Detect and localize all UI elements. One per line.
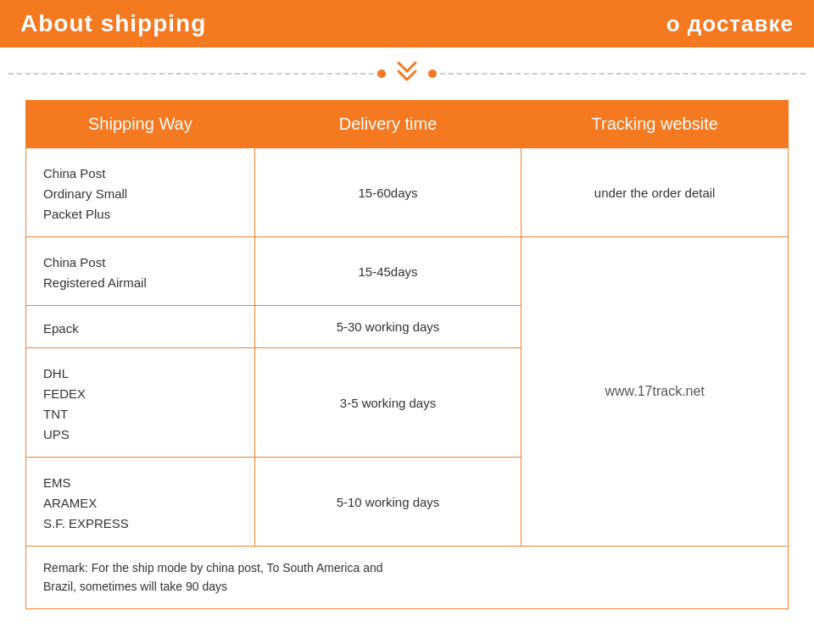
col-header-tracking-website: Tracking website [521,101,789,148]
chevron-down-icon [394,59,420,88]
col-header-delivery-time: Delivery time [254,101,521,148]
shipping-way-5: EMSARAMEXS.F. EXPRESS [26,458,255,547]
shipping-way-4: DHLFEDEXTNTUPS [26,348,255,458]
table-container: Shipping Way Delivery time Tracking webs… [0,100,814,626]
shipping-way-3: Epack [26,306,255,348]
header-title-right: о доставке [666,11,794,37]
remark-row: Remark: For the ship mode by china post,… [26,547,789,609]
tracking-website-1: under the order detail [521,148,789,237]
delivery-time-4: 3-5 working days [254,348,521,458]
table-header-row: Shipping Way Delivery time Tracking webs… [26,101,789,148]
col-header-shipping-way: Shipping Way [26,101,255,148]
divider-line-left [8,73,374,75]
divider-dot-left [377,69,386,78]
delivery-time-1: 15-60days [254,148,521,237]
shipping-table: Shipping Way Delivery time Tracking webs… [25,100,789,609]
header-title-left: About shipping [20,10,206,37]
page-wrapper: About shipping о доставке Shipping Way D… [0,0,814,644]
shipping-way-1: China PostOrdinary SmallPacket Plus [26,148,255,237]
remark-text: Remark: For the ship mode by china post,… [26,547,789,609]
divider-dot-right [428,69,437,78]
tracking-website-2to5: www.17track.net [521,237,789,547]
divider-row [0,47,814,100]
table-row: China PostRegistered Airmail 15-45days w… [26,237,789,306]
delivery-time-2: 15-45days [254,237,521,306]
delivery-time-5: 5-10 working days [254,458,521,547]
shipping-way-2: China PostRegistered Airmail [26,237,255,306]
table-row: China PostOrdinary SmallPacket Plus 15-6… [26,148,789,237]
header: About shipping о доставке [0,0,814,47]
divider-line-right [440,73,806,75]
delivery-time-3: 5-30 working days [254,306,521,348]
